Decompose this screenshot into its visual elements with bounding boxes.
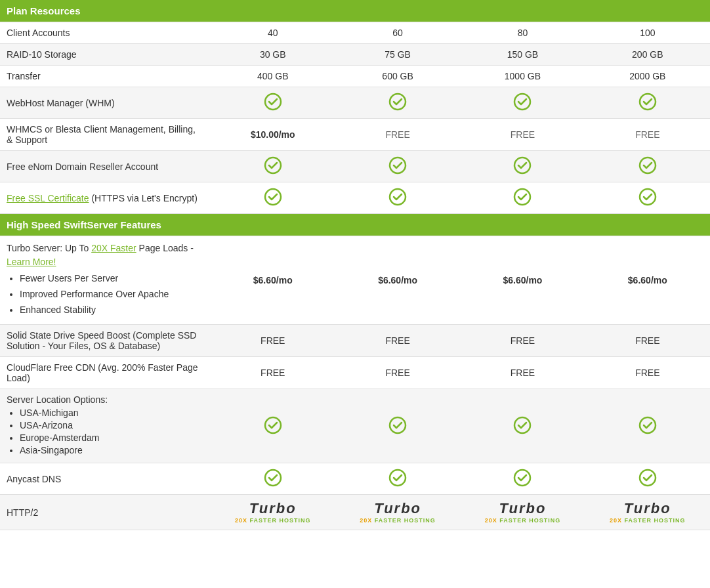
svg-point-6 [514,158,530,173]
ssl-row: Free SSL Certificate (HTTPS via Let's En… [0,182,710,214]
http2-feature: HTTP/2 [0,495,211,530]
server-location-label: Server Location Options: [7,394,108,405]
raid-storage-col4: 200 GB [585,44,710,66]
svg-point-5 [390,158,406,173]
svg-point-1 [390,94,406,110]
whm-row: WebHost Manager (WHM) [0,87,710,119]
check-icon [264,156,282,175]
enom-col4 [585,151,710,182]
enom-row: Free eNom Domain Reseller Account [0,151,710,182]
anycast-col3 [460,463,585,495]
http2-col2: Turbo 20X FASTER HOSTING [335,495,460,530]
check-icon [264,416,282,434]
turbo-suffix: Page Loads - [139,243,194,253]
whm-col1 [211,87,335,119]
client-accounts-col4: 100 [585,22,710,44]
svg-point-4 [265,158,281,173]
check-icon [513,469,532,487]
svg-point-18 [514,470,530,486]
whm-col4 [585,87,710,119]
cloudflare-col2: FREE [335,357,460,389]
server-location-col4 [585,389,710,463]
ssd-feature: Solid State Drive Speed Boost (Complete … [0,325,211,357]
cloudflare-row: CloudFlare Free CDN (Avg. 200% Faster Pa… [0,357,710,389]
turbo-logo-text-3: Turbo [485,500,561,517]
anycast-row: Anycast DNS [0,463,710,495]
check-icon [388,469,407,487]
check-icon [388,188,407,206]
whmcs-free2: FREE [385,129,409,140]
enom-col3 [460,151,585,182]
whm-col2 [335,87,460,119]
turbo-price1: $6.60/mo [253,275,293,285]
enom-feature: Free eNom Domain Reseller Account [0,151,211,182]
location-4: Asia-Singapore [20,445,204,455]
ssl-col4 [585,182,710,214]
ssd-row: Solid State Drive Speed Boost (Complete … [0,325,710,357]
check-icon [638,469,657,487]
turbo-learn-link[interactable]: Learn More! [7,257,56,267]
turbo-logo-1: Turbo 20X FASTER HOSTING [235,500,311,524]
check-icon [638,416,657,434]
transfer-col4: 2000 GB [585,66,710,87]
svg-point-19 [640,470,656,486]
check-icon [513,188,532,206]
check-icon [513,156,532,175]
raid-storage-col1: 30 GB [211,44,335,66]
enom-col2 [335,151,460,182]
anycast-col1 [211,463,335,495]
http2-col1: Turbo 20X FASTER HOSTING [211,495,335,530]
check-icon [513,416,532,434]
turbo-feature: Turbo Server: Up To 20X Faster Page Load… [0,236,211,325]
cloudflare-col4: FREE [585,357,710,389]
check-icon [388,416,407,434]
whmcs-row: WHMCS or Blesta Client Management, Billi… [0,119,710,151]
turbo-logo-2: Turbo 20X FASTER HOSTING [360,500,436,524]
server-location-col3 [460,389,585,463]
turbo-speed-link[interactable]: 20X Faster [91,243,136,253]
turbo-prefix: Turbo Server: Up To [7,243,91,253]
ssd-col4: FREE [585,325,710,357]
turbo-logo-text-1: Turbo [235,500,311,517]
transfer-col2: 600 GB [335,66,460,87]
server-location-row: Server Location Options: USA-Michigan US… [0,389,710,463]
turbo-logo-sub-1: 20X FASTER HOSTING [235,517,311,524]
turbo-price3: $6.60/mo [503,275,542,285]
svg-point-9 [390,189,406,205]
ssd-col2: FREE [335,325,460,357]
turbo-col3: $6.60/mo [460,236,585,325]
check-icon [638,188,657,206]
cloudflare-col1: FREE [211,357,335,389]
turbo-logo-text-4: Turbo [610,500,686,517]
http2-col3: Turbo 20X FASTER HOSTING [460,495,585,530]
svg-point-12 [265,417,281,433]
client-accounts-row: Client Accounts 40 60 80 100 [0,22,710,44]
turbo-bullet-2: Improved Performance Over Apache [20,287,204,301]
check-icon [388,156,407,175]
whm-feature: WebHost Manager (WHM) [0,87,211,119]
location-1: USA-Michigan [20,408,204,418]
anycast-col2 [335,463,460,495]
high-speed-label: High Speed SwiftServer Features [0,214,710,236]
raid-storage-row: RAID-10 Storage 30 GB 75 GB 150 GB 200 G… [0,44,710,66]
anycast-col4 [585,463,710,495]
ssl-link[interactable]: Free SSL Certificate [7,193,89,203]
http2-col4: Turbo 20X FASTER HOSTING [585,495,710,530]
check-icon [264,93,282,111]
plan-resources-label: Plan Resources [0,0,710,22]
whmcs-col4: FREE [585,119,710,151]
raid-storage-col3: 150 GB [460,44,585,66]
svg-point-15 [640,417,656,433]
turbo-row: Turbo Server: Up To 20X Faster Page Load… [0,236,710,325]
svg-point-16 [265,470,281,486]
ssl-col3 [460,182,585,214]
transfer-row: Transfer 400 GB 600 GB 1000 GB 2000 GB [0,66,710,87]
svg-point-3 [640,94,656,110]
turbo-bullet-1: Fewer Users Per Server [20,272,204,285]
enom-col1 [211,151,335,182]
high-speed-header: High Speed SwiftServer Features [0,214,710,236]
turbo-logo-sub-3: 20X FASTER HOSTING [485,517,561,524]
server-location-col2 [335,389,460,463]
location-3: Europe-Amsterdam [20,432,204,443]
check-icon [638,156,657,175]
